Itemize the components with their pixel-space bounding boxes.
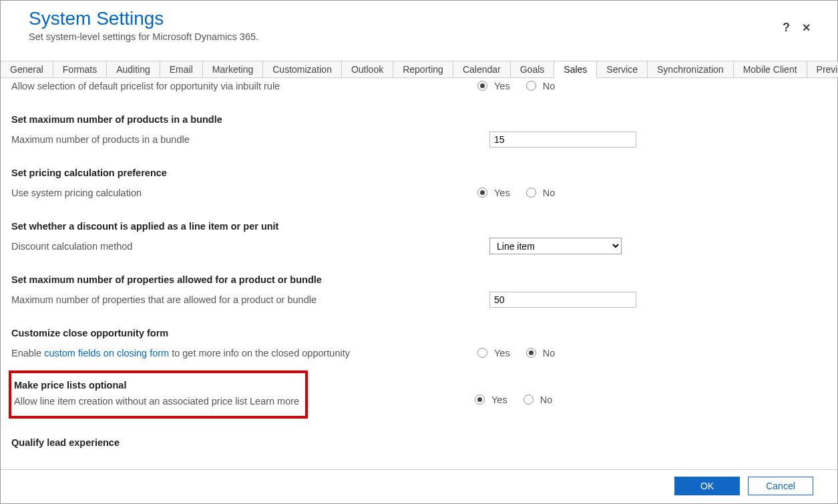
dialog-title: System Settings [29,7,809,30]
tab-mobile-client[interactable]: Mobile Client [734,61,807,77]
price-lists-optional-highlight: Make price lists optional Allow line ite… [9,370,308,419]
close-opp-yes[interactable] [477,348,487,358]
ok-button[interactable]: OK [674,477,740,495]
max-props-label: Maximum number of properties that are al… [11,294,477,305]
tab-service[interactable]: Service [597,61,648,77]
max-bundle-label: Maximum number of products in a bundle [11,134,477,145]
tab-outlook[interactable]: Outlook [342,61,393,77]
section-pricing-pref-heading: Set pricing calculation preference [11,168,827,178]
tab-marketing[interactable]: Marketing [203,61,263,77]
price-lists-optional-learn-more[interactable]: Learn more [250,396,299,407]
max-props-input[interactable] [489,292,636,308]
tab-goals[interactable]: Goals [511,61,555,77]
discount-select[interactable]: Line item [489,238,622,254]
section-max-props-heading: Set maximum number of properties allowed… [11,274,827,285]
system-settings-dialog: System Settings Set system-level setting… [0,0,838,504]
default-pricelist-yes[interactable] [477,81,487,91]
section-max-bundle-heading: Set maximum number of products in a bund… [11,114,827,125]
close-icon[interactable]: ✕ [802,21,811,34]
section-close-opp-heading: Customize close opportunity form [11,328,827,338]
tab-calendar[interactable]: Calendar [453,61,511,77]
pricing-pref-no[interactable] [526,188,536,198]
price-lists-optional-radio-group: Yes No [475,395,564,405]
close-opp-no[interactable] [526,348,536,358]
tab-email[interactable]: Email [160,61,203,77]
dialog-header: System Settings Set system-level setting… [1,1,837,61]
section-qualify-lead-heading: Qualify lead experience [11,437,827,448]
tab-sales[interactable]: Sales [554,61,597,78]
tab-bar: General Formats Auditing Email Marketing… [1,61,837,78]
cancel-button[interactable]: Cancel [748,477,813,495]
pricing-pref-radio-group: Yes No [477,188,567,198]
tab-reporting[interactable]: Reporting [393,61,453,77]
tab-customization[interactable]: Customization [263,61,342,77]
default-pricelist-radio-group: Yes No [477,81,567,91]
max-bundle-input[interactable] [489,132,636,148]
settings-content[interactable]: Set whether the default pricelist for an… [1,78,837,469]
dialog-subtitle: Set system-level settings for Microsoft … [29,31,809,42]
close-opp-radio-group: Yes No [477,348,567,358]
close-opp-link[interactable]: custom fields on closing form [44,348,169,358]
price-lists-optional-no[interactable] [523,395,534,405]
pricing-pref-yes[interactable] [477,188,487,198]
dialog-footer: OK Cancel [1,469,837,503]
price-lists-optional-yes[interactable] [475,395,485,405]
tab-formats[interactable]: Formats [53,61,107,77]
help-icon[interactable]: ? [783,21,790,35]
default-pricelist-label: Allow selection of default pricelist for… [11,81,477,91]
price-lists-optional-label: Allow line item creation without an asso… [14,396,305,407]
discount-label: Discount calculation method [11,241,477,252]
section-discount-heading: Set whether a discount is applied as a l… [11,221,827,232]
close-opp-label: Enable custom fields on closing form to … [11,348,477,358]
default-pricelist-no[interactable] [526,81,536,91]
tab-previews[interactable]: Previews [807,61,838,77]
tab-auditing[interactable]: Auditing [107,61,160,77]
section-price-lists-optional-heading: Make price lists optional [14,380,305,391]
tab-synchronization[interactable]: Synchronization [648,61,734,77]
pricing-pref-label: Use system pricing calculation [11,188,477,198]
tab-general[interactable]: General [1,61,53,77]
